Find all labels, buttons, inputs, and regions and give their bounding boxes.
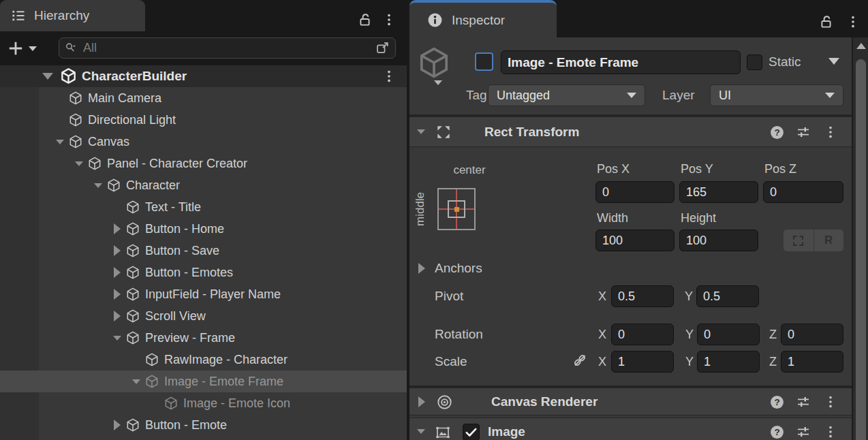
scale-x-field[interactable]: 1 bbox=[611, 351, 674, 373]
image-component-title: Image bbox=[488, 424, 525, 439]
tag-label: Tag bbox=[466, 88, 487, 103]
inspector-panel: Inspector Image - Emote Frame Static Tag… bbox=[409, 0, 868, 440]
pivot-x-label: X bbox=[598, 289, 606, 304]
anchors-label: Anchors bbox=[435, 261, 482, 276]
expand-arrow-icon[interactable] bbox=[132, 379, 140, 384]
scale-z-field[interactable]: 1 bbox=[781, 351, 843, 373]
scrollbar-thumb[interactable] bbox=[856, 59, 866, 440]
gameobject-big-cube-icon[interactable] bbox=[416, 45, 452, 80]
pivot-y-field[interactable]: 0.5 bbox=[696, 285, 759, 307]
component-kebab-icon[interactable] bbox=[823, 125, 838, 140]
create-plus-icon[interactable] bbox=[7, 40, 25, 57]
scrollbar-up-arrow-icon[interactable] bbox=[856, 43, 866, 49]
expand-arrow-icon[interactable] bbox=[113, 336, 121, 341]
hierarchy-panel: Hierarchy All CharacterBuilder bbox=[0, 0, 407, 440]
inspector-tabbar: Inspector bbox=[409, 0, 868, 37]
tab-inspector[interactable]: Inspector bbox=[409, 0, 557, 37]
collapse-arrow-icon[interactable] bbox=[114, 311, 121, 321]
broken-link-icon[interactable] bbox=[572, 352, 588, 368]
help-icon[interactable] bbox=[769, 424, 785, 440]
foldout-arrow-icon[interactable] bbox=[418, 396, 425, 407]
image-component-header[interactable]: Image bbox=[409, 418, 852, 440]
tree-item-button-save[interactable]: Button - Save bbox=[0, 240, 407, 262]
gameobject-cube-icon bbox=[68, 134, 83, 149]
rotation-y-field[interactable]: 0 bbox=[697, 324, 760, 345]
presets-icon[interactable] bbox=[795, 394, 811, 410]
collapse-arrow-icon[interactable] bbox=[114, 267, 121, 278]
tree-item-text-title[interactable]: Text - Title bbox=[0, 196, 407, 218]
tree-item-preview-frame[interactable]: Preview - Frame bbox=[0, 327, 407, 349]
foldout-arrow-icon[interactable] bbox=[417, 429, 425, 434]
height-field[interactable]: 100 bbox=[679, 230, 758, 251]
width-label: Width bbox=[597, 210, 628, 225]
collapse-arrow-icon[interactable] bbox=[114, 420, 121, 430]
tree-item-button-home[interactable]: Button - Home bbox=[0, 218, 407, 240]
hierarchy-kebab-icon[interactable] bbox=[382, 12, 397, 27]
unity-logo-icon bbox=[60, 67, 77, 84]
pos-y-field[interactable]: 165 bbox=[679, 181, 758, 203]
layer-dropdown[interactable]: UI bbox=[710, 84, 843, 106]
pivot-x-field[interactable]: 0.5 bbox=[611, 285, 674, 307]
gameobject-name-field[interactable]: Image - Emote Frame bbox=[501, 50, 741, 74]
presets-icon[interactable] bbox=[795, 124, 811, 140]
static-label: Static bbox=[769, 54, 801, 69]
pivot-label: Pivot bbox=[435, 289, 463, 304]
static-checkbox[interactable] bbox=[747, 54, 762, 70]
pivot-y-label: Y bbox=[685, 289, 693, 304]
rotation-x-field[interactable]: 0 bbox=[611, 324, 674, 345]
tree-item-rawimage-character[interactable]: RawImage - Character bbox=[0, 349, 407, 371]
blueprint-mode-button[interactable] bbox=[784, 230, 813, 251]
inspector-scrollbar[interactable] bbox=[852, 37, 868, 440]
create-dropdown-caret-icon[interactable] bbox=[29, 46, 37, 51]
expand-arrow-icon[interactable] bbox=[75, 161, 83, 166]
foldout-arrow-icon[interactable] bbox=[417, 129, 425, 134]
tree-item-directional-light[interactable]: Directional Light bbox=[0, 109, 407, 131]
rect-transform-header[interactable]: Rect Transform bbox=[409, 116, 852, 147]
tree-item-image-emote-icon[interactable]: Image - Emote Icon bbox=[0, 392, 407, 414]
tree-item-button-emote[interactable]: Button - Emote bbox=[0, 414, 407, 436]
tree-item-image-emote-frame[interactable]: Image - Emote Frame bbox=[0, 371, 407, 392]
help-icon[interactable] bbox=[769, 394, 785, 410]
collapse-arrow-icon[interactable] bbox=[114, 289, 121, 300]
expand-arrow-icon[interactable] bbox=[56, 140, 64, 144]
anchors-foldout-icon[interactable] bbox=[418, 263, 425, 274]
tree-item-scroll-view[interactable]: Scroll View bbox=[0, 305, 407, 327]
canvas-renderer-header[interactable]: Canvas Renderer bbox=[409, 388, 852, 415]
inspector-kebab-icon[interactable] bbox=[846, 14, 861, 29]
canvas-renderer-title: Canvas Renderer bbox=[491, 394, 598, 409]
component-kebab-icon[interactable] bbox=[823, 394, 838, 409]
collapse-arrow-icon[interactable] bbox=[114, 245, 121, 256]
static-dropdown-caret-icon[interactable] bbox=[828, 58, 839, 65]
tree-item-inputfield-player-name[interactable]: InputField - Player Name bbox=[0, 283, 407, 305]
image-enabled-checkbox[interactable] bbox=[463, 424, 480, 440]
anchor-preset-widget[interactable] bbox=[437, 188, 476, 230]
pos-x-field[interactable]: 0 bbox=[595, 181, 675, 203]
hierarchy-unlocked-icon[interactable] bbox=[357, 12, 373, 28]
gameobject-icon-caret[interactable] bbox=[434, 80, 442, 85]
open-search-window-icon[interactable] bbox=[375, 40, 390, 56]
active-checkbox[interactable] bbox=[475, 52, 493, 71]
tree-item-button-emotes[interactable]: Button - Emotes bbox=[0, 262, 407, 283]
expand-arrow-icon[interactable] bbox=[94, 183, 102, 188]
inspector-unlocked-icon[interactable] bbox=[818, 14, 835, 30]
raw-edit-button[interactable]: R bbox=[813, 230, 844, 251]
tab-hierarchy[interactable]: Hierarchy bbox=[0, 0, 145, 31]
scale-y-field[interactable]: 1 bbox=[697, 351, 760, 373]
rotation-z-field[interactable]: 0 bbox=[781, 324, 843, 345]
scene-kebab-icon[interactable] bbox=[382, 69, 397, 84]
tree-item-partial[interactable] bbox=[0, 436, 407, 440]
tree-item-panel-character-creator[interactable]: Panel - Character Creator bbox=[0, 153, 407, 174]
scene-expand-arrow-icon[interactable] bbox=[42, 73, 53, 80]
help-icon[interactable] bbox=[769, 125, 785, 140]
component-kebab-icon[interactable] bbox=[823, 424, 838, 439]
scene-header-row[interactable]: CharacterBuilder bbox=[0, 65, 407, 87]
collapse-arrow-icon[interactable] bbox=[114, 223, 121, 234]
presets-icon[interactable] bbox=[795, 424, 811, 440]
pos-z-field[interactable]: 0 bbox=[763, 181, 843, 203]
tree-item-main-camera[interactable]: Main Camera bbox=[0, 87, 407, 109]
tree-item-character[interactable]: Character bbox=[0, 174, 407, 196]
tree-item-canvas[interactable]: Canvas bbox=[0, 131, 407, 153]
width-field[interactable]: 100 bbox=[595, 230, 675, 251]
hierarchy-search-input[interactable]: All bbox=[59, 37, 396, 59]
tag-dropdown[interactable]: Untagged bbox=[488, 84, 645, 106]
